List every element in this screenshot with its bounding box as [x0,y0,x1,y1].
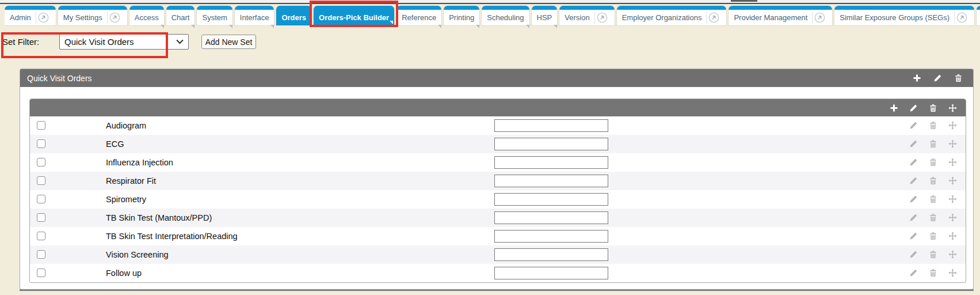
row-actions [903,121,962,130]
add-icon[interactable] [884,104,903,112]
order-name: Respirator Fit [106,176,156,186]
top-edge-mark [731,0,757,2]
order-text-input[interactable] [494,138,608,150]
edit-icon[interactable] [903,213,923,222]
edit-icon[interactable] [927,74,948,82]
order-name: Spirometry [106,195,146,204]
row-checkbox[interactable] [37,268,45,277]
tab-interface[interactable]: Interface [235,6,274,25]
tab-orders[interactable]: Orders [276,6,311,25]
row-checkbox[interactable] [37,213,45,222]
order-text-input[interactable] [494,119,608,132]
delete-icon[interactable] [923,139,943,148]
edit-icon[interactable] [903,104,923,112]
set-filter-select[interactable]: Quick Visit Orders [59,34,189,50]
order-text-input[interactable] [494,211,608,224]
order-name: ECG [106,139,124,149]
move-icon[interactable] [943,176,962,185]
delete-icon[interactable] [923,176,943,185]
edit-icon[interactable] [903,139,923,148]
tab-hsp[interactable]: HSP [532,6,558,25]
submenu-notch-icon [526,25,529,28]
external-link-icon[interactable] [36,12,51,24]
tab-version[interactable]: Version [559,6,614,25]
panel-title: Quick Visit Orders [27,74,92,83]
move-icon[interactable] [943,139,962,148]
row-checkbox[interactable] [37,121,45,130]
tab-printing[interactable]: Printing [444,6,479,25]
edit-icon[interactable] [903,121,923,130]
row-checkbox[interactable] [37,139,45,148]
move-icon[interactable] [943,158,962,167]
table-row: Respirator Fit [30,172,966,190]
order-text-input[interactable] [494,267,608,279]
tab-similar-exposure-groups-segs[interactable]: Similar Exposure Groups (SEGs) [834,6,974,25]
tab-orders-pick-builder[interactable]: Orders-Pick Builder [314,6,394,25]
order-text-input[interactable] [494,193,608,206]
add-icon[interactable] [906,74,927,82]
row-checkbox[interactable] [37,250,45,259]
edit-icon[interactable] [903,250,923,259]
move-icon[interactable] [943,195,962,203]
tab-my-settings[interactable]: My Settings [58,6,127,25]
edit-icon[interactable] [903,158,923,167]
order-text-input[interactable] [494,175,608,187]
edit-icon[interactable] [903,176,923,185]
delete-icon[interactable] [923,121,943,130]
order-text-input[interactable] [494,230,608,243]
table-row: TB Skin Test (Mantoux/PPD) [30,209,966,227]
tab-work-le[interactable]: Work Le [977,6,980,25]
delete-icon[interactable] [923,250,943,259]
submenu-notch-icon [229,25,232,28]
tab-chart[interactable]: Chart [166,6,195,25]
order-text-input[interactable] [494,156,608,169]
external-link-icon[interactable] [706,12,721,24]
tab-body: Reference [396,10,441,25]
move-icon[interactable] [943,232,962,240]
row-actions [903,139,962,148]
tab-system[interactable]: System [197,6,232,25]
tab-body: Orders-Pick Builder [314,10,394,25]
table-row: TB Skin Test Interpretation/Reading [30,227,966,245]
move-icon[interactable] [943,213,962,222]
delete-icon[interactable] [923,213,943,222]
tab-accent-strip [396,6,441,10]
delete-icon[interactable] [923,158,943,167]
submenu-notch-icon [390,21,393,24]
move-icon[interactable] [943,250,962,259]
tab-accent-strip [559,6,614,10]
delete-icon[interactable] [923,232,943,240]
row-actions [903,250,962,259]
delete-icon[interactable] [948,74,968,82]
row-checkbox[interactable] [37,195,45,203]
delete-icon[interactable] [923,104,943,112]
external-link-icon[interactable] [812,12,827,24]
row-checkbox[interactable] [37,176,45,185]
edit-icon[interactable] [903,195,923,203]
tab-label: Employer Organizations [622,13,702,22]
tab-bar: AdminMy SettingsAccessChartSystemInterfa… [5,6,980,29]
tab-provider-management[interactable]: Provider Management [729,6,832,25]
external-link-icon[interactable] [107,12,122,24]
quick-visit-orders-panel: Quick Visit Orders AudiogramECGInfluenza… [20,69,974,290]
order-text-input[interactable] [494,248,608,261]
tab-reference[interactable]: Reference [396,6,441,25]
delete-icon[interactable] [923,195,943,203]
external-link-icon[interactable] [594,12,609,24]
move-icon[interactable] [943,104,962,112]
tab-employer-organizations[interactable]: Employer Organizations [617,6,727,25]
edit-icon[interactable] [903,232,923,240]
add-new-set-button[interactable]: Add New Set [201,35,256,49]
tab-scheduling[interactable]: Scheduling [482,6,529,25]
tab-access[interactable]: Access [129,6,164,25]
row-checkbox[interactable] [37,232,45,240]
row-checkbox[interactable] [37,158,45,167]
tab-admin[interactable]: Admin [5,6,56,25]
delete-icon[interactable] [923,268,943,277]
external-link-icon[interactable] [954,12,969,24]
table-row: Vision Screening [30,245,966,264]
move-icon[interactable] [943,121,962,130]
tab-label: Access [135,13,159,22]
move-icon[interactable] [943,268,962,277]
edit-icon[interactable] [903,268,923,277]
